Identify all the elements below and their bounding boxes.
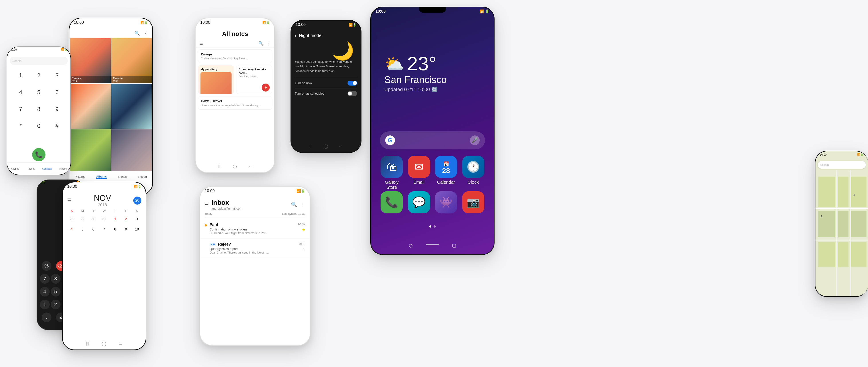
app-dock-row1: 🛍 GalaxyStore ✉ Email 📅 28 xyxy=(378,156,487,190)
night-nav-recent[interactable]: ▭ xyxy=(339,144,342,148)
night-nav-back[interactable]: ||| xyxy=(310,144,312,148)
cal-day-1[interactable]: 1 xyxy=(110,214,120,224)
dialer-search-bar[interactable]: Search xyxy=(10,57,68,65)
gallery-cell-mountains[interactable] xyxy=(111,129,152,174)
toggle-on-switch[interactable] xyxy=(347,81,357,86)
cal-nav-recent[interactable]: ▭ xyxy=(119,341,122,346)
app-camera-capture[interactable]: 📷 xyxy=(462,191,485,213)
cal-day-7[interactable]: 7 xyxy=(99,225,109,234)
gallery-search-icon[interactable]: 🔍 xyxy=(134,31,140,36)
notes-nav-recent[interactable]: ▭ xyxy=(249,164,252,168)
cal-day-8[interactable]: 8 xyxy=(110,225,120,234)
key-1[interactable]: 1 xyxy=(14,69,27,81)
tab-stories[interactable]: Stories xyxy=(118,175,127,178)
notes-nav-back[interactable]: ||| xyxy=(218,164,220,168)
gallery-cell-group[interactable] xyxy=(70,129,111,174)
tab-keypad[interactable]: Keypad xyxy=(11,167,19,170)
cal-day-3[interactable]: 3 xyxy=(132,214,142,224)
notes-nav-home[interactable]: ◯ xyxy=(233,164,237,168)
note-hawaii[interactable]: Hawaii Travel Book a vacation package to… xyxy=(198,96,272,110)
note-strawberry[interactable]: Strawberry Pancake Reci... Add flour, bu… xyxy=(236,65,272,94)
key-3[interactable]: 3 xyxy=(51,69,63,81)
notes-menu-icon[interactable]: ⋮ xyxy=(267,41,271,46)
notes-hamburger-icon[interactable]: ☰ xyxy=(199,41,203,46)
mic-icon[interactable]: 🎤 xyxy=(470,135,480,145)
inbox-search-icon[interactable]: 🔍 xyxy=(291,202,297,207)
calc-btn-2[interactable]: 2 xyxy=(51,300,61,309)
note-add-button[interactable]: + xyxy=(262,84,270,92)
key-star[interactable]: * xyxy=(14,120,27,132)
key-0[interactable]: 0 xyxy=(33,120,45,132)
key-8[interactable]: 8 xyxy=(33,103,45,115)
app-clock[interactable]: 🕐 Clock xyxy=(462,156,485,190)
night-nav-home[interactable]: ◯ xyxy=(323,144,328,149)
note-design[interactable]: Design Create wireframe, Jot down key id… xyxy=(198,49,272,63)
cal-nav-home[interactable]: ◯ xyxy=(101,341,106,346)
tab-places[interactable]: Places xyxy=(59,167,67,170)
app-bitmoji[interactable]: 👾 xyxy=(434,191,458,213)
cal-day-9[interactable]: 9 xyxy=(121,225,131,234)
email-rajeev-star[interactable]: ☆ xyxy=(302,247,305,252)
dot-2[interactable] xyxy=(434,225,436,228)
calc-btn-8[interactable]: 8 xyxy=(51,274,61,284)
gallery-cell-oranges[interactable] xyxy=(70,84,111,129)
calc-btn-4[interactable]: 4 xyxy=(40,287,50,297)
calc-btn-7[interactable]: 7 xyxy=(40,274,50,284)
key-6[interactable]: 6 xyxy=(51,86,63,98)
key-4[interactable]: 4 xyxy=(14,86,27,98)
email-paul-star[interactable]: ★ xyxy=(302,227,305,232)
key-hash[interactable]: # xyxy=(51,120,63,132)
gallery-menu-icon[interactable]: ⋮ xyxy=(144,31,148,36)
tab-shared[interactable]: Shared xyxy=(137,175,147,178)
gallery-cell-castle[interactable] xyxy=(111,84,152,129)
email-rajeev[interactable]: VIP Rajeev Quartrly sales report Dear Ch… xyxy=(200,238,310,258)
inbox-more-icon[interactable]: ⋮ xyxy=(301,202,305,207)
key-9[interactable]: 9 xyxy=(51,103,63,115)
cal-day-5[interactable]: 5 xyxy=(77,225,88,234)
key-7[interactable]: 7 xyxy=(14,103,27,115)
dot-1[interactable] xyxy=(429,225,431,228)
tab-contacts[interactable]: Contacts xyxy=(42,167,52,170)
email-paul[interactable]: Paul Confirmation of travel plans Hi, Ch… xyxy=(200,219,310,238)
night-back-icon[interactable]: ‹ xyxy=(295,33,296,38)
tab-recent[interactable]: Recent xyxy=(27,167,35,170)
nav-recent[interactable] xyxy=(453,244,456,247)
tab-albums[interactable]: Albums xyxy=(96,175,107,179)
gallery-cell-cat[interactable]: Favorite 1987 xyxy=(111,38,152,83)
cal-today-badge[interactable]: 20 xyxy=(133,197,141,205)
app-galaxy-store[interactable]: 🛍 GalaxyStore xyxy=(380,156,404,190)
notes-search-icon[interactable]: 🔍 xyxy=(258,41,263,46)
maps-status-bar: 10:00 📶🔋 xyxy=(815,152,868,158)
phone-notes: 10:00 📶🔋 All notes ☰ 🔍 ⋮ Design Create w… xyxy=(195,18,275,173)
gallery-cell-girl[interactable]: Camera 6114 xyxy=(70,38,111,83)
maps-search-bar[interactable]: Search xyxy=(818,161,866,169)
app-calendar[interactable]: 📅 28 Calendar xyxy=(434,156,458,190)
calc-btn-percent[interactable]: % xyxy=(42,261,52,271)
note-pet-diary[interactable]: My pet diary xyxy=(198,65,234,94)
cal-day-10[interactable]: 10 xyxy=(132,225,142,234)
cal-day-31prev[interactable]: 31 xyxy=(99,214,109,224)
nav-back[interactable] xyxy=(409,244,412,247)
cal-day-4[interactable]: 4 xyxy=(66,225,77,234)
cal-day-2[interactable]: 2 xyxy=(121,214,131,224)
inbox-hamburger-icon[interactable]: ☰ xyxy=(205,202,209,207)
toggle-off-switch[interactable] xyxy=(347,91,357,96)
tab-pictures[interactable]: Pictures xyxy=(75,175,85,178)
google-search-bar[interactable]: G 🎤 xyxy=(380,131,485,149)
calc-btn-dot[interactable]: . xyxy=(42,312,52,322)
cal-day-29prev[interactable]: 29 xyxy=(77,214,88,224)
app-phone[interactable]: 📞 xyxy=(380,191,404,213)
cal-day-28prev[interactable]: 28 xyxy=(66,214,77,224)
app-messages[interactable]: 💬 xyxy=(407,191,431,213)
key-2[interactable]: 2 xyxy=(33,69,45,81)
cal-menu-icon[interactable]: ☰ xyxy=(67,198,72,203)
nav-home[interactable] xyxy=(426,244,439,245)
cal-nav-back[interactable]: ||| xyxy=(86,341,89,346)
key-5[interactable]: 5 xyxy=(33,86,45,98)
cal-day-6[interactable]: 6 xyxy=(88,225,98,234)
call-button[interactable]: 📞 xyxy=(32,148,45,161)
cal-day-30prev[interactable]: 30 xyxy=(88,214,98,224)
calc-btn-1[interactable]: 1 xyxy=(40,300,50,309)
app-email[interactable]: ✉ Email xyxy=(407,156,431,190)
calc-btn-5[interactable]: 5 xyxy=(51,287,61,297)
